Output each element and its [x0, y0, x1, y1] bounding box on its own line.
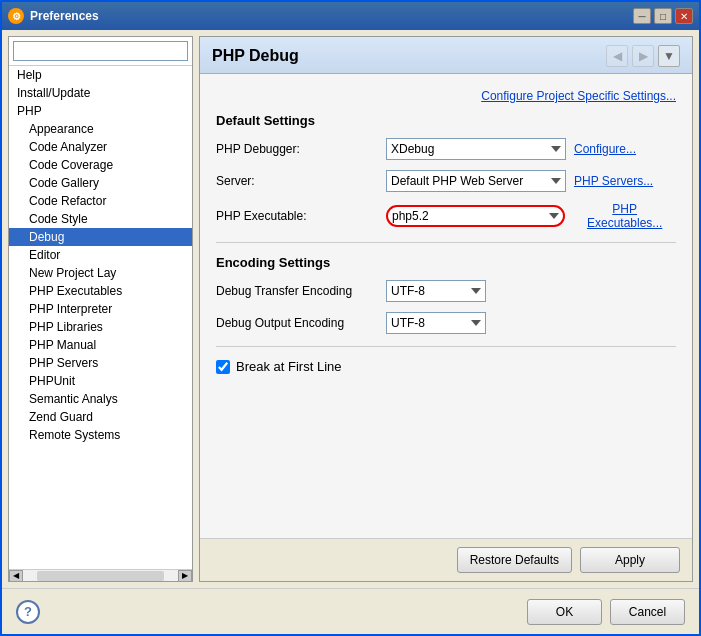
sidebar-item-semantic-analys[interactable]: Semantic Analys [9, 390, 192, 408]
php-executable-controls: php5.2 PHP Executables... [386, 202, 676, 230]
section-divider-1 [216, 242, 676, 243]
sidebar-item-php-manual[interactable]: PHP Manual [9, 336, 192, 354]
sidebar-item-appearance[interactable]: Appearance [9, 120, 192, 138]
server-row: Server: Default PHP Web Server PHP Serve… [216, 170, 676, 192]
sidebar-item-phpunit[interactable]: PHPUnit [9, 372, 192, 390]
window-bottom-bar: ? OK Cancel [2, 588, 699, 634]
restore-defaults-button[interactable]: Restore Defaults [457, 547, 572, 573]
panel-header: PHP Debug ◀ ▶ ▼ [200, 37, 692, 74]
php-executable-label: PHP Executable: [216, 209, 386, 223]
encoding-settings-title: Encoding Settings [216, 255, 676, 270]
maximize-button[interactable]: □ [654, 8, 672, 24]
main-panel: PHP Debug ◀ ▶ ▼ Configure Project Specif… [199, 36, 693, 582]
sidebar-item-new-project-lay[interactable]: New Project Lay [9, 264, 192, 282]
php-servers-link-button[interactable]: PHP Servers... [574, 174, 653, 188]
window-icon: ⚙ [8, 8, 24, 24]
minimize-button[interactable]: ─ [633, 8, 651, 24]
sidebar-item-code-coverage[interactable]: Code Coverage [9, 156, 192, 174]
sidebar-item-code-style[interactable]: Code Style [9, 210, 192, 228]
nav-dropdown-button[interactable]: ▼ [658, 45, 680, 67]
php-debugger-controls: XDebug Configure... [386, 138, 676, 160]
sidebar-item-zend-guard[interactable]: Zend Guard [9, 408, 192, 426]
nav-back-button[interactable]: ◀ [606, 45, 628, 67]
sidebar-item-php[interactable]: PHP [9, 102, 192, 120]
debug-output-row: Debug Output Encoding UTF-8 [216, 312, 676, 334]
panel-footer: Restore Defaults Apply [200, 538, 692, 581]
sidebar-item-php-libraries[interactable]: PHP Libraries [9, 318, 192, 336]
panel-nav: ◀ ▶ ▼ [606, 45, 680, 67]
configure-project-link-area: Configure Project Specific Settings... [216, 88, 676, 103]
sidebar-item-debug[interactable]: Debug [9, 228, 192, 246]
php-executable-dropdown[interactable]: php5.2 [386, 205, 565, 227]
debug-transfer-row: Debug Transfer Encoding UTF-8 [216, 280, 676, 302]
php-executable-row: PHP Executable: php5.2 PHP Executables..… [216, 202, 676, 230]
sidebar-scrollbar[interactable]: ◀ ▶ [9, 569, 192, 581]
configure-link-button[interactable]: Configure... [574, 142, 636, 156]
help-button[interactable]: ? [16, 600, 40, 624]
section-divider-2 [216, 346, 676, 347]
debug-transfer-dropdown[interactable]: UTF-8 [386, 280, 486, 302]
break-at-first-line-row: Break at First Line [216, 359, 676, 374]
main-content: HelpInstall/UpdatePHPAppearanceCode Anal… [2, 30, 699, 588]
server-label: Server: [216, 174, 386, 188]
debug-output-controls: UTF-8 [386, 312, 676, 334]
sidebar-item-code-gallery[interactable]: Code Gallery [9, 174, 192, 192]
ok-button[interactable]: OK [527, 599, 602, 625]
sidebar: HelpInstall/UpdatePHPAppearanceCode Anal… [8, 36, 193, 582]
sidebar-item-php-servers[interactable]: PHP Servers [9, 354, 192, 372]
sidebar-item-code-refactor[interactable]: Code Refactor [9, 192, 192, 210]
apply-button[interactable]: Apply [580, 547, 680, 573]
debug-transfer-controls: UTF-8 [386, 280, 676, 302]
configure-project-link[interactable]: Configure Project Specific Settings... [481, 89, 676, 103]
sidebar-item-editor[interactable]: Editor [9, 246, 192, 264]
debug-transfer-label: Debug Transfer Encoding [216, 284, 386, 298]
server-controls: Default PHP Web Server PHP Servers... [386, 170, 676, 192]
close-button[interactable]: ✕ [675, 8, 693, 24]
sidebar-item-help[interactable]: Help [9, 66, 192, 84]
sidebar-item-php-interpreter[interactable]: PHP Interpreter [9, 300, 192, 318]
server-dropdown[interactable]: Default PHP Web Server [386, 170, 566, 192]
cancel-button[interactable]: Cancel [610, 599, 685, 625]
break-at-first-line-label[interactable]: Break at First Line [236, 359, 342, 374]
title-bar-buttons: ─ □ ✕ [633, 8, 693, 24]
php-debugger-label: PHP Debugger: [216, 142, 386, 156]
php-executables-link-button[interactable]: PHP Executables... [573, 202, 676, 230]
debug-output-dropdown[interactable]: UTF-8 [386, 312, 486, 334]
sidebar-tree: HelpInstall/UpdatePHPAppearanceCode Anal… [9, 66, 192, 569]
window-title: Preferences [30, 9, 633, 23]
scroll-left-btn[interactable]: ◀ [9, 570, 23, 582]
sidebar-item-php-executables[interactable]: PHP Executables [9, 282, 192, 300]
break-at-first-line-checkbox[interactable] [216, 360, 230, 374]
sidebar-item-remote-systems[interactable]: Remote Systems [9, 426, 192, 444]
sidebar-item-code-analyzer[interactable]: Code Analyzer [9, 138, 192, 156]
bottom-buttons: OK Cancel [527, 599, 685, 625]
panel-title: PHP Debug [212, 47, 299, 65]
search-input[interactable] [13, 41, 188, 61]
scrollbar-track [37, 571, 164, 581]
php-debugger-dropdown[interactable]: XDebug [386, 138, 566, 160]
title-bar: ⚙ Preferences ─ □ ✕ [2, 2, 699, 30]
debug-output-label: Debug Output Encoding [216, 316, 386, 330]
sidebar-item-install-update[interactable]: Install/Update [9, 84, 192, 102]
php-debugger-row: PHP Debugger: XDebug Configure... [216, 138, 676, 160]
nav-forward-button[interactable]: ▶ [632, 45, 654, 67]
panel-body: Configure Project Specific Settings... D… [200, 74, 692, 538]
default-settings-title: Default Settings [216, 113, 676, 128]
scroll-right-btn[interactable]: ▶ [178, 570, 192, 582]
preferences-window: ⚙ Preferences ─ □ ✕ HelpInstall/UpdatePH… [0, 0, 701, 636]
sidebar-search-area [9, 37, 192, 66]
